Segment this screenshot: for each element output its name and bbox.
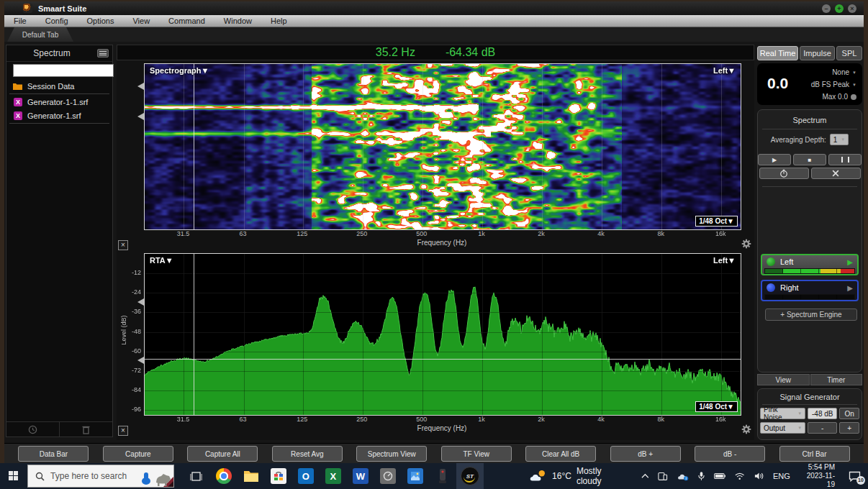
meter-unit-dropdown[interactable]: dB FS Peak▼ — [811, 81, 856, 88]
smaart-taskbar-icon[interactable]: ST — [456, 463, 484, 489]
gauge-app-icon[interactable] — [374, 463, 402, 489]
rta-marker-peak[interactable] — [137, 298, 144, 306]
chrome-icon[interactable] — [210, 463, 238, 489]
spectrograph-octave-dropdown[interactable]: 1/48 Oct▼ — [695, 216, 738, 227]
trace-icon: X — [14, 111, 22, 120]
onedrive-icon[interactable]: i — [677, 472, 689, 481]
signal-output-dropdown[interactable]: Output ▼ — [760, 422, 805, 434]
battery-icon[interactable] — [714, 472, 725, 480]
tools-button[interactable] — [811, 168, 861, 179]
channel-right[interactable]: Right ▶ — [761, 280, 859, 301]
view-button[interactable]: View — [757, 374, 810, 385]
timer-button[interactable] — [759, 168, 809, 179]
spectrograph-plot[interactable]: Spectrograph▼ Left▼ 1/48 Oct▼ — [144, 63, 741, 230]
signal-on-button[interactable]: On — [839, 408, 859, 419]
meter-value: 0.0 — [767, 75, 788, 92]
timer-tab-button[interactable]: Timer — [810, 374, 863, 385]
spectrograph-marker-upper[interactable] — [137, 83, 144, 90]
command-capture-all[interactable]: Capture All — [187, 446, 258, 462]
add-spectrum-engine-button[interactable]: + Spectrum Engine — [765, 309, 857, 321]
maximize-button[interactable]: + — [835, 4, 844, 13]
command-spectrum-view[interactable]: Spectrum View — [356, 446, 427, 462]
microphone-icon[interactable] — [698, 471, 705, 481]
taskbar-weather[interactable]: 16°C Mostly cloudy — [530, 466, 625, 486]
file-item[interactable]: XGenerator-1.srf — [6, 109, 112, 122]
menu-file[interactable]: File — [4, 17, 36, 25]
rta-channel-dropdown[interactable]: Left▼ — [713, 256, 736, 265]
chevron-up-icon[interactable] — [641, 473, 649, 479]
command-db-[interactable]: dB + — [610, 446, 681, 462]
menu-view[interactable]: View — [123, 17, 159, 25]
trash-button[interactable] — [59, 422, 112, 437]
spectrograph-marker-lower[interactable] — [137, 113, 144, 120]
history-button[interactable] — [6, 422, 59, 437]
search-input[interactable] — [13, 64, 114, 77]
level-tick: -48 — [122, 328, 141, 335]
rta-close-icon[interactable]: × — [118, 426, 128, 436]
photos-icon[interactable] — [402, 463, 429, 489]
spectrograph-close-icon[interactable]: × — [118, 240, 128, 250]
command-reset-avg[interactable]: Reset Avg — [272, 446, 343, 462]
hamburger-icon[interactable] — [97, 49, 109, 58]
word-icon[interactable]: W — [347, 463, 374, 489]
audio-device-icon[interactable] — [429, 463, 456, 489]
rta-marker-cursor[interactable] — [137, 357, 144, 364]
spectrograph-settings-icon[interactable] — [741, 239, 751, 249]
menu-help[interactable]: Help — [261, 17, 297, 25]
taskbar-apps: O X W ST — [174, 463, 484, 489]
wifi-icon[interactable] — [735, 472, 744, 480]
outlook-icon[interactable]: O — [292, 463, 320, 489]
file-explorer-icon[interactable] — [238, 463, 265, 489]
taskbar-clock[interactable]: 5:54 PM 2023-11-19 — [803, 463, 835, 489]
play-button[interactable]: ▶ — [758, 154, 791, 165]
menu-window[interactable]: Window — [214, 17, 261, 25]
averaging-dropdown[interactable]: 1 ▼ — [830, 134, 849, 145]
command-ctrl-bar[interactable]: Ctrl Bar — [779, 446, 850, 462]
menu-config[interactable]: Config — [36, 17, 78, 25]
language-indicator[interactable]: ENG — [773, 472, 790, 480]
spectrograph-channel-dropdown[interactable]: Left▼ — [713, 66, 736, 75]
minimize-button[interactable]: – — [822, 4, 831, 13]
signal-level-field[interactable]: -48 dB — [808, 408, 837, 419]
menu-options[interactable]: Options — [78, 17, 124, 25]
spectrograph-type-dropdown[interactable]: Spectrograph▼ — [150, 66, 209, 75]
excel-icon[interactable]: X — [320, 463, 347, 489]
mode-real-time-button[interactable]: Real Time — [757, 46, 798, 60]
command-tf-view[interactable]: TF View — [441, 446, 512, 462]
signal-type-dropdown[interactable]: Pink Noise ▼ — [760, 408, 805, 419]
channel-left[interactable]: Left ▶ — [761, 254, 859, 275]
rta-plot[interactable]: RTA▼ Left▼ 1/48 Oct▼ — [144, 253, 741, 416]
command-capture[interactable]: Capture — [103, 446, 173, 462]
level-tick: -12 — [122, 269, 141, 276]
start-button[interactable] — [0, 463, 27, 489]
signal-level-increase-button[interactable]: + — [839, 422, 859, 434]
close-button[interactable]: × — [848, 4, 856, 13]
menu-command[interactable]: Command — [159, 17, 214, 25]
session-data-folder[interactable]: Session Data — [6, 79, 112, 93]
mode-spl-button[interactable]: SPL — [836, 46, 862, 60]
meter-input-dropdown[interactable]: None▼ — [832, 68, 856, 76]
pause-button[interactable] — [828, 154, 862, 165]
max-reset-dot[interactable] — [851, 94, 856, 100]
taskbar-search[interactable]: Type here to search — [27, 465, 174, 488]
notification-center[interactable]: 10 — [849, 471, 861, 482]
title-bar: Smaart Suite – + × — [4, 1, 864, 15]
freq-tick: 2k — [538, 230, 545, 237]
signal-level-decrease-button[interactable]: - — [808, 422, 837, 434]
window-title: Smaart Suite — [38, 4, 86, 13]
rta-settings-icon[interactable] — [741, 424, 751, 434]
rta-octave-dropdown[interactable]: 1/48 Oct▼ — [695, 401, 738, 412]
command-db-[interactable]: dB - — [695, 446, 765, 462]
rta-type-dropdown[interactable]: RTA▼ — [150, 256, 173, 265]
mode-impulse-button[interactable]: Impulse — [800, 46, 835, 60]
file-item[interactable]: XGenerator-1-1.srf — [6, 95, 112, 109]
transport-controls: ▶ ■ — [758, 154, 862, 165]
microsoft-store-icon[interactable] — [265, 463, 292, 489]
tab-default[interactable]: Default Tab — [7, 27, 73, 42]
stop-button[interactable]: ■ — [793, 154, 826, 165]
command-data-bar[interactable]: Data Bar — [18, 446, 89, 462]
command-clear-all-db[interactable]: Clear All dB — [525, 446, 596, 462]
task-view-icon[interactable] — [183, 463, 210, 489]
speaker-icon[interactable] — [754, 472, 764, 480]
phone-link-icon[interactable] — [658, 471, 667, 481]
